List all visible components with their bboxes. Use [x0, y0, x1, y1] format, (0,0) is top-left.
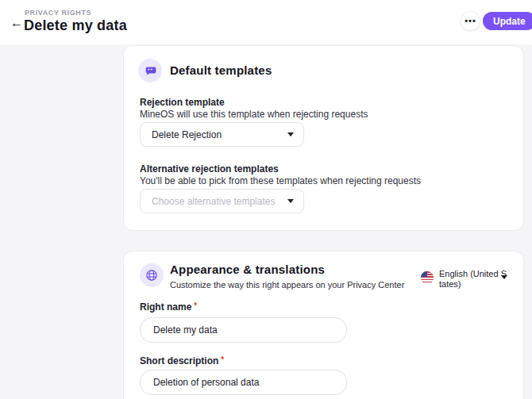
short-description-input[interactable]	[140, 370, 347, 395]
caret-down-icon	[501, 275, 507, 279]
alternative-templates-description: You'll be able to pick from these templa…	[140, 175, 421, 186]
globe-icon	[140, 263, 164, 287]
alternative-templates-select[interactable]: Choose alternative templates	[140, 189, 304, 213]
appearance-translations-card: Appearance & translations Customize the …	[123, 251, 524, 399]
card-subtitle: Customize the way this right appears on …	[170, 280, 404, 290]
right-name-input[interactable]	[140, 317, 347, 343]
language-value: English (United States)	[439, 269, 509, 290]
short-description-label: Short description*	[140, 355, 224, 366]
breadcrumb: PRIVACY RIGHTS	[25, 9, 91, 17]
us-flag-icon	[421, 271, 434, 284]
alternative-templates-placeholder: Choose alternative templates	[152, 196, 275, 207]
rejection-template-select[interactable]: Delete Rejection	[140, 122, 304, 147]
card-title: Default templates	[170, 63, 272, 77]
default-templates-card: Default templates Rejection template Min…	[123, 45, 524, 231]
more-actions-button[interactable]: •••	[461, 11, 480, 31]
rejection-template-description: MineOS will use this template when rejec…	[140, 109, 368, 120]
back-button[interactable]: ←	[8, 14, 25, 32]
page-title: Delete my data	[24, 17, 127, 34]
required-asterisk: *	[194, 301, 197, 310]
privacy-right-detail-page: ← PRIVACY RIGHTS Delete my data ••• Upda…	[0, 0, 532, 399]
caret-down-icon	[287, 199, 294, 203]
chat-bubble-icon	[138, 59, 162, 82]
card-title: Appearance & translations	[170, 263, 325, 276]
caret-down-icon	[287, 132, 294, 136]
update-button[interactable]: Update	[483, 12, 532, 30]
rejection-template-selected-value: Delete Rejection	[152, 129, 222, 140]
rejection-template-label: Rejection template	[140, 97, 225, 108]
alternative-templates-label: Alternative rejection templates	[140, 163, 279, 175]
required-asterisk: *	[221, 355, 224, 364]
page-header: ← PRIVACY RIGHTS Delete my data ••• Upda…	[0, 0, 532, 44]
right-name-label: Right name*	[140, 301, 197, 313]
